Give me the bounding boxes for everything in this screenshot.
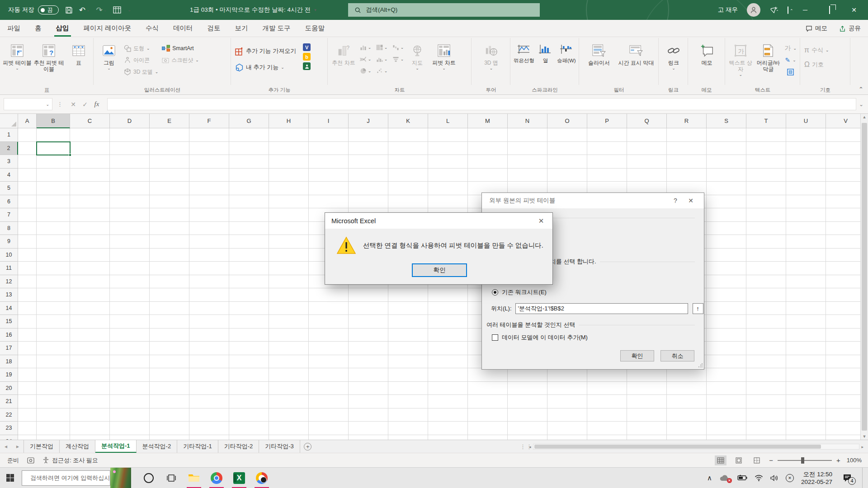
vertical-scrollbar[interactable]: ▲ ▼	[860, 114, 868, 440]
task-view-button[interactable]	[160, 468, 183, 488]
autosave-pill[interactable]: 끔	[38, 5, 59, 14]
close-icon[interactable]: ✕	[532, 217, 551, 225]
column-header[interactable]: D	[110, 114, 150, 128]
row-header[interactable]: 9	[0, 235, 18, 249]
formula-input[interactable]	[107, 98, 856, 110]
chrome-button[interactable]	[205, 468, 228, 488]
column-header[interactable]: G	[229, 114, 269, 128]
row-header[interactable]: 10	[0, 249, 18, 262]
scroll-down-icon[interactable]: ▼	[863, 434, 867, 439]
column-header[interactable]: J	[349, 114, 388, 128]
column-header[interactable]: U	[786, 114, 826, 128]
row-header[interactable]: 15	[0, 315, 18, 328]
search-highlight-image[interactable]	[110, 468, 131, 488]
undo-button[interactable]: ↶⌄	[79, 6, 90, 14]
qat-customize-button[interactable]: ⌄	[127, 8, 131, 12]
column-header[interactable]: E	[150, 114, 189, 128]
sheet-tab[interactable]: 계산작업	[60, 440, 95, 453]
accessibility-status[interactable]: 접근성: 조사 필요	[42, 456, 98, 465]
sheet-tab[interactable]: 기타작업-1	[177, 440, 218, 453]
row-header[interactable]: 5	[0, 182, 18, 195]
column-header[interactable]: V	[826, 114, 866, 128]
column-header[interactable]: B	[37, 114, 70, 128]
radio-selected-icon[interactable]	[492, 289, 498, 296]
column-header[interactable]: L	[428, 114, 468, 128]
addin-visio-icon[interactable]: V	[303, 43, 311, 51]
existing-worksheet-radio[interactable]: 기존 워크시트(E)	[492, 288, 547, 296]
sheet-nav-left-icon[interactable]: ◂	[0, 440, 12, 453]
addin-bing-icon[interactable]: b	[303, 53, 311, 61]
signature-line-button[interactable]: ✎⌄	[784, 54, 797, 66]
row-header[interactable]: 24	[0, 435, 18, 440]
save-icon[interactable]	[65, 6, 73, 14]
row-header[interactable]: 16	[0, 328, 18, 342]
ribbon-tab[interactable]: 파일	[0, 20, 28, 37]
column-header[interactable]: R	[667, 114, 707, 128]
minimize-button[interactable]: ─	[797, 6, 813, 14]
share-button[interactable]: 공유	[839, 24, 861, 33]
select-all-corner[interactable]	[0, 114, 18, 128]
row-header[interactable]: 2	[0, 142, 18, 155]
row-header[interactable]: 17	[0, 342, 18, 355]
row-header[interactable]: 11	[0, 262, 18, 275]
qat-table-icon[interactable]	[113, 6, 121, 14]
messagebox-title-bar[interactable]: Microsoft Excel ✕	[325, 213, 552, 229]
column-header[interactable]: F	[189, 114, 229, 128]
pivot-ok-button[interactable]: 확인	[620, 350, 654, 361]
pivotchart-button[interactable]: 피벗 차트 ⌄	[429, 40, 459, 84]
autosave-toggle[interactable]: 자동 저장 끔	[8, 5, 59, 14]
selected-cell-b2[interactable]	[36, 141, 71, 155]
column-header[interactable]: A	[18, 114, 37, 128]
add-to-data-model-checkbox[interactable]: 데이터 모델에 이 데이터 추가(M)	[492, 333, 588, 342]
sheet-tab[interactable]: 기본작업	[24, 440, 60, 453]
row-header[interactable]: 1	[0, 128, 18, 142]
ribbon-tab[interactable]: 수식	[138, 20, 166, 37]
collapse-dialog-button[interactable]: ↑	[693, 303, 703, 314]
fill-handle[interactable]	[69, 154, 71, 156]
new-sheet-button[interactable]: +	[300, 440, 316, 453]
row-header[interactable]: 13	[0, 288, 18, 302]
row-header[interactable]: 18	[0, 355, 18, 369]
sparkline-line-button[interactable]: 꺾은선형	[513, 40, 535, 64]
ribbon-tab[interactable]: 페이지 레이아웃	[76, 20, 139, 37]
scroll-up-icon[interactable]: ▲	[863, 115, 867, 119]
object-button[interactable]	[786, 66, 795, 78]
location-input[interactable]: '분석작업-1'!$B$2	[515, 303, 688, 314]
column-header[interactable]: Q	[627, 114, 667, 128]
header-footer-button[interactable]: 머리글/바닥글	[754, 40, 782, 84]
zoom-slider-thumb[interactable]	[801, 457, 804, 464]
ribbon-display-options-icon[interactable]	[788, 7, 788, 14]
row-header[interactable]: 22	[0, 408, 18, 422]
user-name[interactable]: 고 재우	[718, 6, 738, 14]
speaker-icon[interactable]	[770, 475, 778, 481]
column-header[interactable]: P	[587, 114, 627, 128]
ribbon-tab[interactable]: 개발 도구	[255, 20, 298, 37]
namebox-splitter[interactable]: ⋮	[57, 101, 63, 108]
msgbox-ok-button[interactable]: 확인	[412, 263, 467, 277]
ribbon-tab[interactable]: 도움말	[298, 20, 332, 37]
onedrive-icon[interactable]: ✕	[719, 474, 730, 482]
column-header[interactable]: S	[707, 114, 746, 128]
scroll-right-icon[interactable]: ▸	[861, 445, 863, 449]
zoom-level[interactable]: 100%	[847, 457, 862, 464]
ribbon-tab[interactable]: 보기	[228, 20, 255, 37]
row-header[interactable]: 19	[0, 368, 18, 382]
name-box[interactable]: ⌄	[4, 98, 52, 110]
taskbar-clock[interactable]: 오전 12:50 2022-05-27	[801, 470, 832, 486]
taskbar-search-input[interactable]: 검색하려면 여기에 입력하십시	[22, 470, 110, 486]
page-break-view-button[interactable]	[751, 455, 763, 465]
search-input[interactable]: 검색(Alt+Q)	[348, 3, 540, 17]
pivottable-button[interactable]: 피벗 테이블 ⌄	[3, 40, 32, 84]
browser-profile-button[interactable]	[250, 468, 273, 488]
close-button[interactable]: ✕	[846, 6, 862, 14]
row-header[interactable]: 12	[0, 275, 18, 289]
table-button[interactable]: 표	[66, 40, 91, 84]
ribbon-tab[interactable]: 삽입	[49, 20, 76, 37]
my-addins-button[interactable]: 내 추가 기능⌄	[234, 61, 297, 73]
row-header[interactable]: 4	[0, 169, 18, 182]
sheet-tab[interactable]: 기타작업-2	[218, 440, 259, 453]
row-header[interactable]: 7	[0, 208, 18, 222]
start-button[interactable]	[0, 468, 20, 488]
chevron-down-icon[interactable]: ⌄	[86, 8, 90, 12]
slicer-button[interactable]: 슬라이서	[582, 40, 616, 84]
